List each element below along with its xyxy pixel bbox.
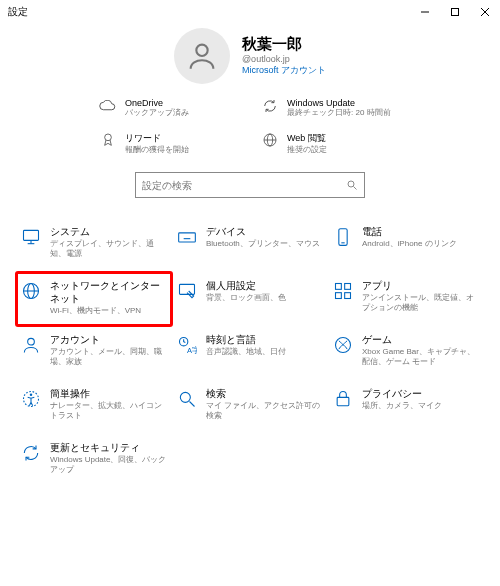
windows-update-info[interactable]: Windows Update最終チェック日時: 20 時間前 xyxy=(261,98,401,118)
svg-rect-29 xyxy=(345,293,351,299)
svg-rect-26 xyxy=(336,284,342,290)
onedrive-info[interactable]: OneDriveバックアップ済み xyxy=(99,98,239,118)
cat-phone[interactable]: 電話Android、iPhone のリンク xyxy=(328,218,484,272)
cat-sub: Windows Update、回復、バックアップ xyxy=(50,455,168,475)
profile-name: 秋葉一郎 xyxy=(242,35,326,54)
svg-point-9 xyxy=(348,181,354,187)
window-title: 設定 xyxy=(8,5,410,19)
cloud-icon xyxy=(99,98,117,114)
cat-devices[interactable]: デバイスBluetooth、プリンター、マウス xyxy=(172,218,328,272)
cat-accounts[interactable]: アカウントアカウント、メール、同期、職場、家族 xyxy=(16,326,172,380)
cat-network[interactable]: ネットワークとインターネットWi-Fi、機内モード、VPN xyxy=(16,272,172,326)
category-grid: システムディスプレイ、サウンド、通知、電源 デバイスBluetooth、プリンタ… xyxy=(0,198,500,488)
cat-personalization[interactable]: 個人用設定背景、ロック画面、色 xyxy=(172,272,328,326)
cat-system[interactable]: システムディスプレイ、サウンド、通知、電源 xyxy=(16,218,172,272)
apps-icon xyxy=(332,280,354,302)
cat-sub: Xbox Game Bar、キャプチャ、配信、ゲーム モード xyxy=(362,347,480,367)
lock-icon xyxy=(332,388,354,410)
cat-title: 検索 xyxy=(206,388,324,401)
cat-sub: 音声認識、地域、日付 xyxy=(206,347,286,357)
cat-sub: アンインストール、既定値、オプションの機能 xyxy=(362,293,480,313)
update-icon xyxy=(20,442,42,464)
info-row-2: リワード報酬の獲得を開始 Web 閲覧推奨の設定 xyxy=(0,132,500,155)
cat-title: ゲーム xyxy=(362,334,480,347)
info-row-1: OneDriveバックアップ済み Windows Update最終チェック日時:… xyxy=(0,98,500,118)
search-wrap xyxy=(0,172,500,198)
svg-rect-28 xyxy=(336,293,342,299)
svg-rect-14 xyxy=(179,233,196,242)
cat-sub: ディスプレイ、サウンド、通知、電源 xyxy=(50,239,168,259)
maximize-button[interactable] xyxy=(440,0,470,24)
search-box[interactable] xyxy=(135,172,365,198)
cat-sub: Bluetooth、プリンター、マウス xyxy=(206,239,320,249)
minimize-button[interactable] xyxy=(410,0,440,24)
time-lang-icon: A字 xyxy=(176,334,198,356)
search-icon xyxy=(176,388,198,410)
cat-sub: アカウント、メール、同期、職場、家族 xyxy=(50,347,168,367)
svg-line-37 xyxy=(190,402,195,407)
cat-title: 簡単操作 xyxy=(50,388,168,401)
info-sub: 報酬の獲得を開始 xyxy=(125,145,189,155)
info-title: Windows Update xyxy=(287,98,391,108)
cat-title: ネットワークとインターネット xyxy=(50,280,168,306)
cat-title: 個人用設定 xyxy=(206,280,286,293)
info-title: リワード xyxy=(125,132,189,145)
svg-rect-27 xyxy=(345,284,351,290)
info-sub: バックアップ済み xyxy=(125,108,189,118)
svg-rect-38 xyxy=(337,398,349,406)
phone-icon xyxy=(332,226,354,248)
cat-ease-of-access[interactable]: 簡単操作ナレーター、拡大鏡、ハイコントラスト xyxy=(16,380,172,434)
svg-point-5 xyxy=(105,134,112,141)
cat-search[interactable]: 検索マイ ファイル、アクセス許可の検索 xyxy=(172,380,328,434)
cat-update-security[interactable]: 更新とセキュリティWindows Update、回復、バックアップ xyxy=(16,434,172,488)
svg-point-4 xyxy=(196,45,207,56)
search-icon xyxy=(346,179,358,191)
close-button[interactable] xyxy=(470,0,500,24)
web-browse-info[interactable]: Web 閲覧推奨の設定 xyxy=(261,132,401,155)
cat-sub: Android、iPhone のリンク xyxy=(362,239,457,249)
sync-icon xyxy=(261,98,279,114)
profile-email: @outlook.jp xyxy=(242,54,326,64)
cat-gaming[interactable]: ゲームXbox Game Bar、キャプチャ、配信、ゲーム モード xyxy=(328,326,484,380)
cat-privacy[interactable]: プライバシー場所、カメラ、マイク xyxy=(328,380,484,434)
cat-time-lang[interactable]: A字 時刻と言語音声認識、地域、日付 xyxy=(172,326,328,380)
cat-sub: マイ ファイル、アクセス許可の検索 xyxy=(206,401,324,421)
profile-section: 秋葉一郎 @outlook.jp Microsoft アカウント xyxy=(0,28,500,84)
svg-point-36 xyxy=(180,393,190,403)
info-sub: 推奨の設定 xyxy=(287,145,327,155)
cat-sub: 背景、ロック画面、色 xyxy=(206,293,286,303)
cat-title: 電話 xyxy=(362,226,457,239)
cat-title: プライバシー xyxy=(362,388,442,401)
svg-point-35 xyxy=(30,394,33,397)
svg-rect-11 xyxy=(24,231,39,241)
globe-icon xyxy=(261,132,279,148)
display-icon xyxy=(20,226,42,248)
xbox-icon xyxy=(332,334,354,356)
keyboard-icon xyxy=(176,226,198,248)
accessibility-icon xyxy=(20,388,42,410)
svg-line-10 xyxy=(354,187,357,190)
person-icon xyxy=(20,334,42,356)
cat-sub: 場所、カメラ、マイク xyxy=(362,401,442,411)
svg-rect-1 xyxy=(452,9,459,16)
cat-sub: Wi-Fi、機内モード、VPN xyxy=(50,306,168,316)
svg-point-30 xyxy=(28,339,35,346)
titlebar: 設定 xyxy=(0,0,500,24)
cat-title: 更新とセキュリティ xyxy=(50,442,168,455)
profile-info: 秋葉一郎 @outlook.jp Microsoft アカウント xyxy=(242,35,326,77)
avatar xyxy=(174,28,230,84)
search-input[interactable] xyxy=(142,180,346,191)
info-sub: 最終チェック日時: 20 時間前 xyxy=(287,108,391,118)
cat-apps[interactable]: アプリアンインストール、既定値、オプションの機能 xyxy=(328,272,484,326)
cat-sub: ナレーター、拡大鏡、ハイコントラスト xyxy=(50,401,168,421)
ribbon-icon xyxy=(99,132,117,148)
ms-account-link[interactable]: Microsoft アカウント xyxy=(242,64,326,77)
cat-title: アカウント xyxy=(50,334,168,347)
paint-icon xyxy=(176,280,198,302)
globe-icon xyxy=(20,280,42,302)
cat-title: デバイス xyxy=(206,226,320,239)
cat-title: システム xyxy=(50,226,168,239)
cat-title: 時刻と言語 xyxy=(206,334,286,347)
info-title: Web 閲覧 xyxy=(287,132,327,145)
rewards-info[interactable]: リワード報酬の獲得を開始 xyxy=(99,132,239,155)
